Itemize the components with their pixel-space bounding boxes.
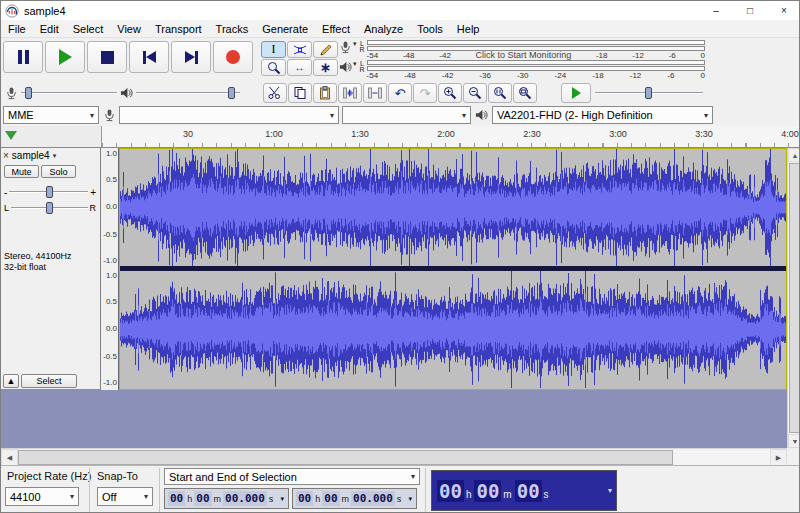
close-button[interactable]: × xyxy=(767,1,800,20)
slider-thumb[interactable] xyxy=(228,87,235,99)
audio-position-display[interactable]: 00h 00m 00s ▾ xyxy=(431,470,617,511)
zoom-out-button[interactable] xyxy=(463,83,487,103)
draw-tool-button[interactable] xyxy=(313,41,338,58)
recording-device-select[interactable]: ▾ xyxy=(119,106,339,124)
pause-button[interactable] xyxy=(3,41,43,73)
zoom-tool-button[interactable] xyxy=(261,59,286,76)
select-track-button[interactable]: Select xyxy=(21,374,77,388)
empty-track-area[interactable] xyxy=(1,390,787,448)
redo-button[interactable]: ↷ xyxy=(413,83,437,103)
envelope-tool-button[interactable] xyxy=(287,41,312,58)
play-at-speed-button[interactable] xyxy=(561,83,591,103)
ibeam-icon: I xyxy=(272,42,276,57)
chevron-down-icon: ▾ xyxy=(140,492,148,501)
slider-thumb[interactable] xyxy=(25,87,32,99)
quick-play-triangle-icon[interactable] xyxy=(5,131,17,140)
play-at-speed-toolbar xyxy=(561,83,703,103)
timeshift-tool-button[interactable]: ↔ xyxy=(287,59,312,76)
monitor-text[interactable]: Click to Start Monitoring xyxy=(476,52,572,59)
menu-generate[interactable]: Generate xyxy=(255,21,315,37)
waveform-canvas-left[interactable] xyxy=(120,149,786,266)
menu-edit[interactable]: Edit xyxy=(33,21,66,37)
selection-tool-button[interactable]: I xyxy=(261,41,286,58)
track-clip[interactable] xyxy=(119,148,787,390)
copy-button[interactable] xyxy=(288,83,312,103)
copy-icon xyxy=(293,86,307,100)
skip-to-end-button[interactable] xyxy=(171,41,211,73)
project-rate-select[interactable]: 44100▾ xyxy=(5,487,79,506)
solo-button[interactable]: Solo xyxy=(41,165,76,178)
playback-speed-slider[interactable] xyxy=(595,85,703,101)
slider-thumb[interactable] xyxy=(645,87,652,99)
chevron-down-icon[interactable]: ▾ xyxy=(602,486,612,495)
scroll-right-icon[interactable]: ▶ xyxy=(770,449,787,466)
selection-start-time[interactable]: 00h 00m 00.000s ▾ xyxy=(164,488,289,509)
zoom-project-button[interactable] xyxy=(513,83,537,103)
snap-to-select[interactable]: Off▾ xyxy=(97,487,153,506)
mute-button[interactable]: Mute xyxy=(4,165,39,178)
multi-tool-button[interactable]: ∗ xyxy=(313,59,338,76)
selection-end-time[interactable]: 00h 00m 00.000s ▾ xyxy=(292,488,417,509)
play-button[interactable] xyxy=(45,41,85,73)
playback-meter[interactable]: ▾ LR -54-48 -42-36 -30-24 -18-12 -60 xyxy=(339,60,705,79)
waveform-canvas-right[interactable] xyxy=(120,271,786,388)
chevron-down-icon[interactable]: ▾ xyxy=(278,495,286,503)
pan-slider[interactable] xyxy=(11,200,87,216)
play-meter-bar-right xyxy=(367,66,705,71)
stop-button[interactable] xyxy=(87,41,127,73)
trim-button[interactable] xyxy=(338,83,362,103)
silence-button[interactable] xyxy=(363,83,387,103)
vertical-scrollbar[interactable]: ▲ ▼ xyxy=(787,148,800,448)
recording-channels-select[interactable]: ▾ xyxy=(342,106,471,124)
horizontal-scrollbar[interactable]: ◀ ▶ xyxy=(1,448,787,465)
play-icon xyxy=(59,49,72,65)
meter-menu-icon[interactable]: ▾ xyxy=(353,40,357,48)
menu-file[interactable]: File xyxy=(1,21,33,37)
microphone-icon xyxy=(5,86,18,100)
maximize-button[interactable]: □ xyxy=(733,1,767,20)
menu-transport[interactable]: Transport xyxy=(148,21,209,37)
menu-view[interactable]: View xyxy=(110,21,148,37)
selection-mode-select[interactable]: Start and End of Selection▾ xyxy=(164,468,420,485)
menu-tracks[interactable]: Tracks xyxy=(209,21,256,37)
meter-menu-icon[interactable]: ▾ xyxy=(353,60,357,68)
scroll-down-icon[interactable]: ▼ xyxy=(788,434,800,448)
playback-device-select[interactable]: VA2201-FHD (2- High Definition▾ xyxy=(492,106,713,124)
menu-tools[interactable]: Tools xyxy=(410,21,450,37)
audio-host-select[interactable]: MME▾ xyxy=(3,106,99,124)
skip-to-start-button[interactable] xyxy=(129,41,169,73)
collapse-track-button[interactable]: ▲ xyxy=(3,374,19,388)
multitool-icon: ∗ xyxy=(320,60,331,75)
slider-thumb[interactable] xyxy=(46,186,53,198)
paste-button[interactable] xyxy=(313,83,337,103)
track-menu-icon[interactable]: ▾ xyxy=(53,152,57,160)
timeline-label: 1:30 xyxy=(351,129,369,139)
vscroll-thumb[interactable] xyxy=(789,163,800,433)
gain-slider[interactable] xyxy=(9,184,88,200)
track-name[interactable]: sample4 xyxy=(12,150,50,161)
zoom-out-icon xyxy=(468,86,482,100)
slider-thumb[interactable] xyxy=(46,202,53,214)
recording-meter[interactable]: ▾ LR -54 -48 -42 Click to Start Monitori… xyxy=(339,40,705,59)
hscroll-thumb[interactable] xyxy=(18,450,673,465)
menu-help[interactable]: Help xyxy=(450,21,487,37)
chevron-down-icon[interactable]: ▾ xyxy=(406,495,414,503)
zoom-in-button[interactable] xyxy=(438,83,462,103)
undo-button[interactable]: ↶ xyxy=(388,83,412,103)
playback-volume-slider[interactable] xyxy=(136,85,240,101)
speaker-icon xyxy=(120,86,133,100)
scroll-left-icon[interactable]: ◀ xyxy=(1,449,18,466)
cut-button[interactable] xyxy=(263,83,287,103)
gain-max-label: + xyxy=(90,187,96,198)
record-button[interactable] xyxy=(213,41,253,73)
menu-select[interactable]: Select xyxy=(66,21,111,37)
recording-volume-slider[interactable] xyxy=(21,85,117,101)
menu-effect[interactable]: Effect xyxy=(315,21,357,37)
pan-right-label: R xyxy=(90,203,97,213)
track-close-button[interactable]: × xyxy=(3,150,9,161)
zoom-selection-button[interactable] xyxy=(488,83,512,103)
minimize-button[interactable]: – xyxy=(699,1,733,20)
menu-analyze[interactable]: Analyze xyxy=(357,21,410,37)
scroll-up-icon[interactable]: ▲ xyxy=(788,148,800,162)
timeline-ruler[interactable]: 30 1:00 1:30 2:00 2:30 3:00 3:30 4:00 xyxy=(101,126,800,147)
